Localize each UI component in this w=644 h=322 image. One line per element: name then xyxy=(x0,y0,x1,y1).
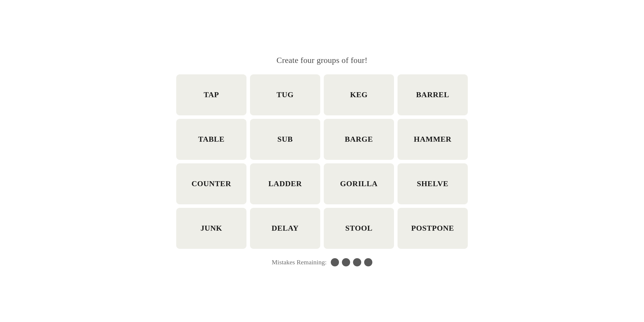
tile-postpone[interactable]: POSTPONE xyxy=(398,208,468,249)
tile-label-hammer: HAMMER xyxy=(414,135,452,144)
tile-label-delay: DELAY xyxy=(272,224,299,233)
tile-hammer[interactable]: HAMMER xyxy=(398,119,468,160)
tile-barrel[interactable]: BARREL xyxy=(398,74,468,115)
tile-label-stool: STOOL xyxy=(345,224,372,233)
tile-shelve[interactable]: SHELVE xyxy=(398,163,468,204)
tile-gorilla[interactable]: GORILLA xyxy=(324,163,394,204)
game-container: Create four groups of four! TAPTUGKEGBAR… xyxy=(176,56,468,266)
mistakes-dots xyxy=(331,258,372,266)
tile-label-postpone: POSTPONE xyxy=(411,224,454,233)
tile-label-gorilla: GORILLA xyxy=(340,179,378,188)
tile-label-table: TABLE xyxy=(198,135,225,144)
tile-label-junk: JUNK xyxy=(201,224,222,233)
tile-label-tug: TUG xyxy=(277,90,294,99)
tile-label-ladder: LADDER xyxy=(268,179,302,188)
tile-sub[interactable]: SUB xyxy=(250,119,320,160)
mistakes-label: Mistakes Remaining: xyxy=(272,258,327,266)
tile-delay[interactable]: DELAY xyxy=(250,208,320,249)
tile-label-sub: SUB xyxy=(278,135,293,144)
tile-table[interactable]: TABLE xyxy=(176,119,246,160)
mistake-dot-3 xyxy=(353,258,361,266)
mistake-dot-2 xyxy=(342,258,350,266)
mistake-dot-4 xyxy=(364,258,372,266)
tile-counter[interactable]: COUNTER xyxy=(176,163,246,204)
tile-keg[interactable]: KEG xyxy=(324,74,394,115)
tile-label-counter: COUNTER xyxy=(191,179,231,188)
tile-label-tap: TAP xyxy=(204,90,219,99)
mistakes-row: Mistakes Remaining: xyxy=(272,258,372,266)
tile-barge[interactable]: BARGE xyxy=(324,119,394,160)
tile-label-barge: BARGE xyxy=(345,135,373,144)
subtitle: Create four groups of four! xyxy=(277,56,368,65)
tile-ladder[interactable]: LADDER xyxy=(250,163,320,204)
tile-label-keg: KEG xyxy=(350,90,368,99)
tile-junk[interactable]: JUNK xyxy=(176,208,246,249)
tile-tug[interactable]: TUG xyxy=(250,74,320,115)
tile-stool[interactable]: STOOL xyxy=(324,208,394,249)
mistake-dot-1 xyxy=(331,258,339,266)
tile-label-shelve: SHELVE xyxy=(417,179,448,188)
tile-tap[interactable]: TAP xyxy=(176,74,246,115)
tile-label-barrel: BARREL xyxy=(416,90,449,99)
tile-grid: TAPTUGKEGBARRELTABLESUBBARGEHAMMERCOUNTE… xyxy=(176,74,468,249)
